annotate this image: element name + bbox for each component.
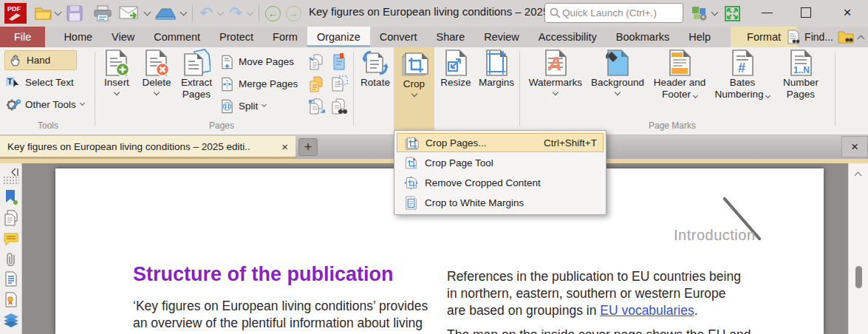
- menu-item-crop-page-tool[interactable]: Crop Page Tool: [397, 153, 604, 172]
- replace-pages-button[interactable]: [307, 97, 327, 116]
- email-dropdown[interactable]: [143, 3, 151, 24]
- header-footer-button[interactable]: Header andFooter: [649, 49, 711, 100]
- find-pages-button[interactable]: [329, 97, 349, 116]
- crop-pages-icon: [400, 50, 428, 78]
- tab-file[interactable]: File: [0, 27, 45, 47]
- bates-numbering-button[interactable]: # BatesNumbering: [712, 49, 773, 100]
- quick-launch-input[interactable]: [561, 7, 671, 19]
- save-button[interactable]: [65, 3, 84, 24]
- background-button[interactable]: Background: [588, 49, 647, 95]
- hand-label: Hand: [27, 55, 50, 66]
- tab-comment[interactable]: Comment: [144, 27, 210, 47]
- fullscreen-button[interactable]: [722, 3, 742, 24]
- scanner-dropdown[interactable]: [179, 3, 188, 24]
- undo-dropdown[interactable]: [216, 3, 225, 24]
- menu-item-crop-white-margins[interactable]: Crop to White Margins: [397, 193, 604, 212]
- split-button[interactable]: Split: [220, 96, 266, 116]
- tab-review[interactable]: Review: [474, 27, 529, 47]
- move-pages-icon: [220, 55, 234, 69]
- scrollbar-thumb[interactable]: [855, 266, 862, 288]
- tab-protect[interactable]: Protect: [210, 27, 263, 47]
- menu-item-crop-pages[interactable]: Crop Pages... Ctrl+Shift+T: [397, 133, 604, 152]
- redo-dropdown[interactable]: [245, 3, 254, 24]
- watermarks-button[interactable]: A Watermarks: [524, 49, 587, 95]
- print-button[interactable]: [92, 3, 114, 24]
- crop-page-tool-icon: [403, 156, 419, 170]
- tab-bookmarks[interactable]: Bookmarks: [606, 27, 680, 47]
- find-label[interactable]: Find...: [804, 31, 833, 43]
- quick-launch-box[interactable]: [544, 3, 683, 23]
- comments-panel-icon[interactable]: [2, 230, 20, 248]
- undo-button[interactable]: ↶: [197, 3, 216, 24]
- ribbon-separator: [835, 52, 835, 126]
- tab-convert[interactable]: Convert: [370, 27, 427, 47]
- extract-pages-button[interactable]: ExtractPages: [177, 49, 216, 100]
- collapse-ribbon-icon[interactable]: [858, 35, 865, 42]
- skin-settings-button[interactable]: [689, 3, 710, 24]
- ribbon: Hand T Select Text Other Tools Tools Ins…: [0, 47, 868, 135]
- fields-panel-icon[interactable]: [2, 270, 20, 287]
- back-button[interactable]: ←: [263, 3, 282, 24]
- close-panel-button[interactable]: ×: [841, 136, 868, 157]
- eu-vocabularies-link[interactable]: EU vocabularies: [600, 303, 694, 318]
- skin-settings-dropdown[interactable]: [710, 3, 719, 24]
- tab-share[interactable]: Share: [427, 27, 475, 47]
- move-pages-label: Move Pages: [239, 56, 294, 67]
- margins-button[interactable]: Margins: [476, 49, 517, 89]
- select-text-button[interactable]: T Select Text: [4, 72, 74, 92]
- other-tools-button[interactable]: Other Tools: [4, 95, 84, 115]
- tab-help[interactable]: Help: [679, 27, 720, 47]
- tab-accessibility[interactable]: Accessibility: [529, 27, 606, 47]
- minimize-button[interactable]: [750, 0, 784, 25]
- tools-group-label: Tools: [7, 120, 89, 131]
- forward-button[interactable]: →: [284, 3, 303, 24]
- scroll-up-icon[interactable]: [855, 168, 861, 181]
- close-window-button[interactable]: ×: [830, 0, 864, 25]
- menu-item-remove-cropped-content[interactable]: Remove Cropped Content: [397, 173, 604, 192]
- open-file-dropdown[interactable]: [53, 3, 62, 24]
- delete-pages-button[interactable]: Delete: [137, 49, 176, 95]
- crop-button[interactable]: Crop: [394, 47, 434, 134]
- vertical-scrollbar[interactable]: [848, 163, 868, 334]
- insert-bookmark-page-button[interactable]: [329, 52, 349, 72]
- paragraph-line: References in the publication to EU coun…: [447, 269, 741, 284]
- number-pages-button[interactable]: 1..N NumberPages: [774, 49, 827, 100]
- insert-pages-button[interactable]: Insert: [98, 49, 135, 95]
- document-heading: Structure of the publication: [133, 263, 394, 286]
- scanner-button[interactable]: [154, 3, 177, 24]
- background-label: Background: [591, 77, 644, 89]
- open-file-button[interactable]: [34, 3, 53, 24]
- page-thumbnails-icon[interactable]: [2, 209, 20, 227]
- signatures-panel-icon[interactable]: [2, 290, 20, 308]
- rotate-button[interactable]: Rotate: [357, 49, 394, 89]
- header-footer-icon: [666, 49, 693, 77]
- layers-panel-icon[interactable]: [2, 311, 20, 329]
- new-tab-button[interactable]: +: [298, 138, 318, 156]
- redo-button[interactable]: ↷: [226, 3, 245, 24]
- paragraph-line: The map on the inside cover page shows t…: [447, 327, 751, 334]
- tab-organize[interactable]: Organize: [307, 27, 370, 47]
- crop-white-margins-button[interactable]: [329, 75, 349, 94]
- sidebar-drag-handle[interactable]: [2, 175, 20, 185]
- find-document-icon[interactable]: [787, 30, 800, 44]
- watermarks-label: Watermarks: [529, 77, 582, 89]
- tab-view[interactable]: View: [102, 27, 144, 47]
- attachments-panel-icon[interactable]: [2, 250, 20, 268]
- email-button[interactable]: [118, 3, 140, 24]
- document-tab[interactable]: Key figures on European living condition…: [0, 136, 295, 159]
- hand-tool-button[interactable]: Hand: [4, 50, 77, 70]
- maximize-button[interactable]: [789, 0, 823, 25]
- merge-pages-button[interactable]: Merge Pages: [220, 74, 298, 94]
- resize-button[interactable]: Resize: [437, 49, 474, 89]
- find-in-folder-icon[interactable]: [838, 30, 854, 44]
- watermarks-icon: A: [542, 49, 569, 77]
- svg-text:1..N: 1..N: [793, 65, 810, 75]
- close-tab-icon[interactable]: ×: [281, 140, 288, 153]
- copy-pages-button[interactable]: [307, 52, 327, 72]
- move-pages-button[interactable]: Move Pages: [220, 52, 294, 72]
- title-bar: PDF ↶ ↷ ← → Key figures on Euro: [0, 0, 868, 27]
- duplicate-pages-button[interactable]: [307, 75, 327, 94]
- bookmarks-panel-icon[interactable]: [2, 188, 20, 206]
- tab-home[interactable]: Home: [54, 27, 102, 47]
- tab-form[interactable]: Form: [263, 27, 307, 47]
